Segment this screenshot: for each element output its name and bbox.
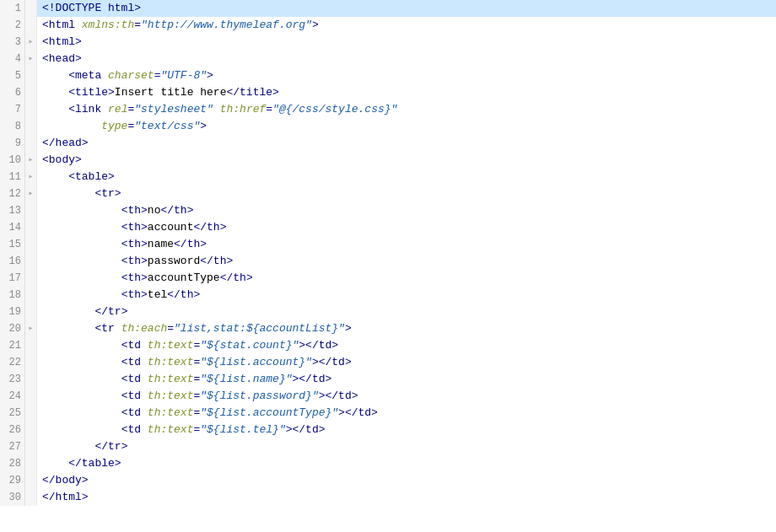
line-content: <th>account</th> <box>37 219 776 236</box>
line-content: <th>no</th> <box>37 202 776 219</box>
code-line: 4▸<head> <box>0 51 776 67</box>
token-tag: <th> <box>121 271 148 284</box>
line-content: <table> <box>37 169 776 185</box>
line-number: 18 <box>0 287 25 304</box>
line-number: 24 <box>0 388 25 405</box>
token-text-content: tel <box>148 288 167 301</box>
fold-gutter[interactable] <box>25 0 37 17</box>
code-line: 10▸<body> <box>0 152 776 169</box>
fold-gutter[interactable] <box>25 135 37 152</box>
token-tag: <td <box>121 373 148 385</box>
token-attr-name: th:text <box>148 373 194 385</box>
token-attr-value: "UTF-8" <box>160 69 207 82</box>
fold-gutter[interactable] <box>25 84 37 101</box>
fold-gutter[interactable] <box>25 472 37 489</box>
fold-gutter[interactable] <box>25 219 37 236</box>
line-content: </table> <box>37 455 776 472</box>
line-content: <html xmlns:th="http://www.thymeleaf.org… <box>37 17 776 34</box>
code-line: 22 <td th:text="${list.account}"></td> <box>0 354 776 371</box>
fold-gutter[interactable]: ▸ <box>25 34 37 51</box>
line-number: 3 <box>0 34 25 51</box>
fold-gutter[interactable]: ▸ <box>25 320 37 337</box>
code-line: 11▸ <table> <box>0 169 776 185</box>
line-number: 11 <box>0 169 25 185</box>
line-number: 17 <box>0 270 25 287</box>
line-content: <td th:text="${list.accountType}"></td> <box>37 405 776 422</box>
fold-gutter[interactable]: ▸ <box>25 185 37 202</box>
code-line: 16 <th>password</th> <box>0 253 776 270</box>
token-indent <box>42 339 121 352</box>
fold-gutter[interactable] <box>25 422 37 438</box>
token-attr-value: "${list.password}" <box>200 390 318 402</box>
token-indent <box>42 187 94 200</box>
line-content: <head> <box>37 51 776 67</box>
fold-gutter[interactable] <box>25 67 37 84</box>
line-content: <th>accountType</th> <box>37 270 776 287</box>
fold-gutter[interactable] <box>25 489 37 506</box>
code-editor: 1<!DOCTYPE html>2<html xmlns:th="http://… <box>0 0 776 532</box>
token-tag: > <box>207 69 213 82</box>
line-content: <td th:text="${list.password}"></td> <box>37 388 776 405</box>
token-tag: </th> <box>220 271 253 284</box>
fold-gutter[interactable] <box>25 388 37 405</box>
token-tag: ></td> <box>299 339 338 352</box>
line-content: </head> <box>37 135 776 152</box>
fold-gutter[interactable] <box>25 101 37 118</box>
code-line: 26 <td th:text="${list.tel}"></td> <box>0 422 776 438</box>
token-tag: <th> <box>121 204 148 217</box>
fold-gutter[interactable] <box>25 405 37 422</box>
token-text-content: accountType <box>148 271 220 284</box>
line-content: <th>password</th> <box>37 253 776 270</box>
line-content: <tr> <box>37 185 776 202</box>
token-tag: ></td> <box>338 406 378 419</box>
line-content: </body> <box>37 472 776 489</box>
line-content: </html> <box>37 489 776 506</box>
token-tag: </th> <box>174 238 207 250</box>
fold-gutter[interactable]: ▸ <box>25 169 37 185</box>
token-indent <box>42 423 121 436</box>
token-attr-name: th:each <box>121 322 168 335</box>
token-tag: <table> <box>68 170 115 183</box>
token-attr-name: th:text <box>148 406 194 419</box>
fold-gutter[interactable] <box>25 17 37 34</box>
token-attr-name: rel <box>108 103 127 116</box>
fold-gutter[interactable] <box>25 287 37 304</box>
code-line: 14 <th>account</th> <box>0 219 776 236</box>
line-number: 29 <box>0 472 25 489</box>
token-attr-value: "${stat.count}" <box>200 339 299 352</box>
code-line: 27 </tr> <box>0 438 776 455</box>
line-number: 16 <box>0 253 25 270</box>
code-line: 3▸<html> <box>0 34 776 51</box>
code-line: 7 <link rel="stylesheet" th:href="@{/css… <box>0 101 776 118</box>
token-attr-name: th:text <box>148 339 194 352</box>
line-number: 12 <box>0 185 25 202</box>
fold-gutter[interactable] <box>25 455 37 472</box>
token-tag: <th> <box>121 288 148 301</box>
fold-gutter[interactable]: ▸ <box>25 152 37 169</box>
fold-gutter[interactable] <box>25 371 37 388</box>
fold-gutter[interactable]: ▸ <box>25 51 37 67</box>
fold-gutter[interactable] <box>25 270 37 287</box>
code-line: 5 <meta charset="UTF-8"> <box>0 67 776 84</box>
code-line: 18 <th>tel</th> <box>0 287 776 304</box>
code-line: 12▸ <tr> <box>0 185 776 202</box>
fold-gutter[interactable] <box>25 304 37 320</box>
line-content: <td th:text="${list.name}"></td> <box>37 371 776 388</box>
token-tag: </title> <box>226 86 278 99</box>
fold-gutter[interactable] <box>25 118 37 135</box>
fold-gutter[interactable] <box>25 236 37 253</box>
line-content: </tr> <box>37 438 776 455</box>
token-tag: <tr> <box>94 187 121 200</box>
fold-gutter[interactable] <box>25 202 37 219</box>
code-line: 9</head> <box>0 135 776 152</box>
fold-gutter[interactable] <box>25 337 37 354</box>
fold-gutter[interactable] <box>25 253 37 270</box>
fold-gutter[interactable] <box>25 438 37 455</box>
line-number: 19 <box>0 304 25 320</box>
fold-gutter[interactable] <box>25 354 37 371</box>
token-indent <box>42 103 68 116</box>
token-tag: </tr> <box>94 440 127 453</box>
token-attr-value: "list,stat:${accountList}" <box>174 322 345 335</box>
token-tag: <meta <box>68 69 108 82</box>
line-content: <meta charset="UTF-8"> <box>37 67 776 84</box>
